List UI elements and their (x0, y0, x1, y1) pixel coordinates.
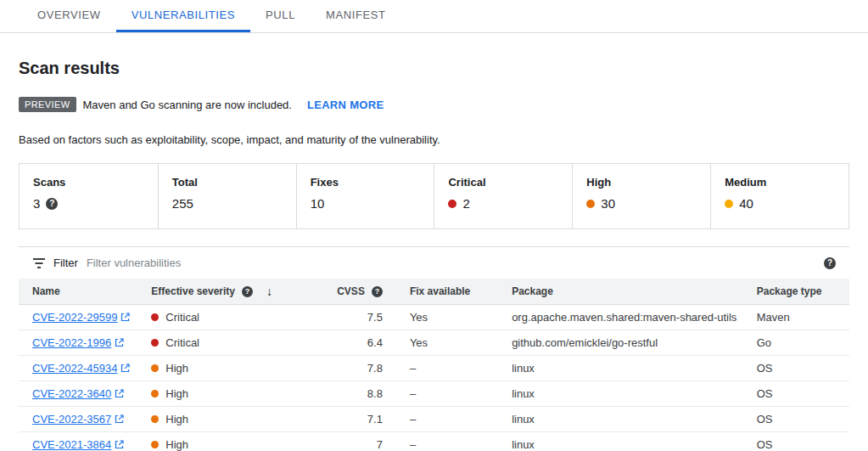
page-title: Scan results (19, 59, 849, 78)
filter-input[interactable] (87, 257, 815, 269)
cvss-cell: 6.4 (320, 330, 396, 356)
description-text: Based on factors such as exploitability,… (19, 133, 849, 146)
package-type-cell: OS (743, 381, 849, 407)
tab-manifest[interactable]: MANIFEST (311, 0, 401, 32)
help-icon[interactable]: ? (372, 286, 383, 297)
stat-value: 30 (601, 196, 615, 211)
stat-value: 10 (311, 196, 325, 211)
stat-label: Fixes (311, 176, 421, 189)
external-link-icon (120, 313, 130, 322)
cvss-cell: 7.8 (320, 356, 396, 381)
table-row: CVE-2022-29599 Critical (19, 305, 849, 330)
column-header-package[interactable]: Package (498, 279, 743, 305)
vulnerabilities-panel: Filter ? Name Effective severity ? (19, 246, 849, 451)
severity-dot-icon (151, 339, 159, 347)
column-header-label: Package (512, 285, 553, 297)
help-icon[interactable]: ? (46, 198, 58, 210)
stat-scans: Scans 3 ? (20, 164, 158, 228)
column-header-label: CVSS (337, 285, 365, 297)
column-header-package-type[interactable]: Package type (743, 279, 849, 305)
tab-overview[interactable]: OVERVIEW (22, 0, 116, 32)
name-cell: CVE-2022-3567 (19, 407, 137, 432)
package-cell: linux (498, 432, 743, 451)
cve-id: CVE-2022-3567 (32, 413, 111, 426)
stat-label: Scans (33, 176, 144, 189)
package-type-cell: OS (743, 432, 849, 451)
severity-cell: High (137, 381, 319, 407)
cve-link[interactable]: CVE-2022-3640 (32, 387, 124, 400)
severity-label: High (165, 362, 188, 375)
column-header-label: Name (32, 285, 60, 297)
name-cell: CVE-2022-3640 (19, 381, 137, 407)
cve-link[interactable]: CVE-2022-29599 (32, 311, 130, 324)
main-content: Scan results PREVIEW Maven and Go scanni… (0, 59, 868, 451)
severity-label: Critical (165, 311, 199, 324)
column-header-name[interactable]: Name (19, 279, 137, 305)
severity-label: Critical (165, 336, 199, 349)
severity-cell: High (137, 432, 319, 451)
stat-high: High 30 (572, 164, 710, 228)
package-type-cell: OS (743, 407, 849, 432)
stat-label: High (586, 176, 697, 189)
preview-message: Maven and Go scanning are now included. (83, 99, 292, 111)
severity-label: High (165, 413, 188, 426)
medium-dot-icon (725, 200, 733, 208)
name-cell: CVE-2022-1996 (19, 330, 137, 356)
stat-value: 255 (172, 196, 193, 211)
help-icon[interactable]: ? (824, 257, 836, 269)
stat-label: Critical (448, 176, 558, 189)
stat-total: Total 255 (158, 164, 296, 228)
external-link-icon (115, 338, 124, 347)
severity-cell: High (137, 407, 319, 432)
table-row: CVE-2022-45934 High (19, 356, 849, 381)
tab-vulnerabilities[interactable]: VULNERABILITIES (116, 0, 250, 32)
cve-id: CVE-2021-3864 (32, 438, 111, 451)
cve-id: CVE-2022-29599 (32, 311, 117, 324)
cve-id: CVE-2022-1996 (32, 336, 111, 349)
cve-id: CVE-2022-45934 (32, 362, 117, 375)
name-cell: CVE-2022-29599 (19, 305, 137, 330)
filter-button[interactable]: Filter (32, 257, 78, 269)
fix-available-cell: Yes (396, 305, 498, 330)
column-header-label: Effective severity (151, 285, 235, 297)
stat-value: 2 (462, 196, 469, 211)
stat-medium: Medium 40 (710, 164, 848, 228)
fix-available-cell: – (396, 432, 498, 451)
package-type-cell: OS (743, 356, 849, 381)
cve-link[interactable]: CVE-2021-3864 (32, 438, 124, 451)
package-type-cell: Go (743, 330, 849, 356)
cve-link[interactable]: CVE-2022-1996 (32, 336, 124, 349)
sort-desc-icon[interactable]: ↓ (266, 285, 272, 298)
severity-cell: Critical (137, 305, 319, 330)
name-cell: CVE-2022-45934 (19, 356, 137, 381)
severity-dot-icon (151, 390, 159, 397)
column-header-label: Fix available (410, 285, 470, 297)
column-header-fix-available[interactable]: Fix available (396, 279, 498, 305)
column-header-cvss[interactable]: CVSS ? (320, 279, 396, 305)
stat-critical: Critical 2 (434, 164, 572, 228)
tab-bar: OVERVIEW VULNERABILITIES PULL MANIFEST (0, 0, 868, 33)
severity-dot-icon (151, 313, 159, 321)
filter-icon (32, 257, 46, 269)
severity-cell: High (137, 356, 319, 381)
package-cell: github.com/emicklei/go-restful (498, 330, 743, 356)
severity-dot-icon (151, 364, 159, 372)
severity-dot-icon (151, 441, 159, 448)
table-header-row: Name Effective severity ? ↓ CVSS ? (19, 279, 849, 305)
learn-more-link[interactable]: LEARN MORE (307, 99, 384, 111)
package-cell: org.apache.maven.shared:maven-shared-uti… (498, 305, 743, 330)
filter-bar: Filter ? (19, 247, 849, 279)
column-header-effective-severity[interactable]: Effective severity ? ↓ (137, 279, 319, 305)
preview-row: PREVIEW Maven and Go scanning are now in… (19, 97, 849, 112)
severity-dot-icon (151, 415, 159, 423)
critical-dot-icon (448, 200, 456, 208)
stat-label: Medium (725, 176, 835, 189)
stat-label: Total (172, 176, 283, 189)
help-icon[interactable]: ? (242, 286, 253, 297)
cve-link[interactable]: CVE-2022-45934 (32, 362, 130, 375)
column-header-label: Package type (757, 285, 822, 297)
fix-available-cell: – (396, 356, 498, 381)
stats-card: Scans 3 ? Total 255 Fixes 10 Critical 2 (19, 163, 849, 229)
tab-pull[interactable]: PULL (250, 0, 311, 32)
cve-link[interactable]: CVE-2022-3567 (32, 413, 124, 426)
